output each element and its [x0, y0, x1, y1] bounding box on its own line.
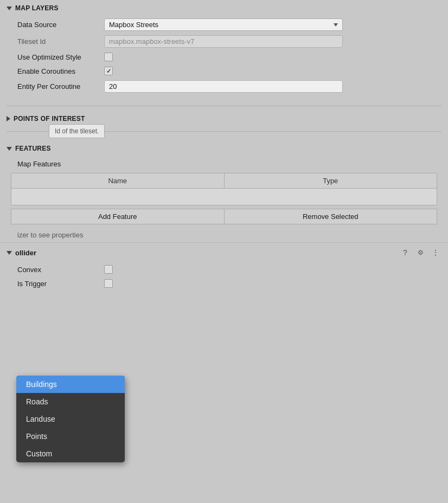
feature-type-dropdown-menu: Buildings Roads Landuse Points Custom [16, 376, 125, 462]
data-source-value: Mapbox Streets [109, 21, 158, 29]
convex-checkbox[interactable] [104, 265, 113, 274]
is-trigger-checkbox-wrap [104, 279, 113, 288]
dropdown-item-custom[interactable]: Custom [16, 445, 125, 462]
is-trigger-checkbox[interactable] [104, 279, 113, 288]
tileset-id-field: mapbox.mapbox-streets-v7 [104, 35, 437, 48]
features-collapse-icon [7, 147, 12, 151]
map-layers-collapse-icon [7, 7, 12, 10]
main-panel: MAP LAYERS Data Source Mapbox Streets Ti… [0, 0, 448, 291]
collider-more-button[interactable]: ⋮ [430, 247, 441, 259]
spacer1 [0, 95, 448, 101]
use-optimized-style-row: Use Optimized Style [0, 50, 448, 64]
collider-settings-button[interactable]: ⚙ [414, 247, 426, 259]
convex-label: Convex [17, 266, 104, 274]
collider-help-button[interactable]: ? [399, 247, 411, 259]
tileset-id-container: Tileset Id mapbox.mapbox-streets-v7 Id o… [0, 33, 448, 50]
collider-collapse-icon [7, 251, 12, 255]
data-source-row: Data Source Mapbox Streets [0, 16, 448, 33]
table-body [11, 189, 437, 205]
convex-checkbox-wrap [104, 265, 113, 274]
column-name: Name [11, 173, 225, 188]
use-optimized-style-checkbox[interactable] [104, 53, 113, 61]
add-feature-button[interactable]: Add Feature [11, 209, 224, 224]
features-title: FEATURES [15, 145, 51, 152]
table-empty-row [11, 189, 437, 204]
table-header: Name Type [11, 173, 437, 189]
poi-expand-icon [7, 116, 10, 121]
entity-per-coroutine-input[interactable]: 20 [104, 80, 343, 93]
tileset-id-input[interactable]: mapbox.mapbox-streets-v7 [104, 35, 343, 48]
column-type: Type [225, 173, 437, 188]
dropdown-arrow-icon [334, 23, 338, 27]
is-trigger-row: Is Trigger [0, 276, 448, 291]
data-source-field: Mapbox Streets [104, 18, 437, 31]
features-section-header[interactable]: FEATURES [0, 140, 448, 157]
enable-coroutines-checkbox-wrap [104, 67, 113, 75]
feature-buttons-row: Add Feature Remove Selected [11, 209, 437, 224]
feature-table: Name Type [11, 173, 437, 205]
tileset-tooltip: Id of the tileset. [49, 124, 105, 138]
bottom-hint: izer to see properties [0, 228, 448, 242]
dropdown-item-landuse[interactable]: Landuse [16, 410, 125, 428]
poi-title: POINTS OF INTEREST [14, 115, 85, 122]
collider-title: ollider [15, 249, 396, 257]
dropdown-item-points[interactable]: Points [16, 428, 125, 445]
entity-per-coroutine-row: Entity Per Coroutine 20 [0, 78, 448, 95]
use-optimized-style-label: Use Optimized Style [17, 53, 104, 61]
entity-per-coroutine-label: Entity Per Coroutine [17, 82, 104, 91]
entity-per-coroutine-field: 20 [104, 80, 437, 93]
convex-row: Convex [0, 262, 448, 276]
map-features-label-row: Map Features [0, 157, 448, 171]
is-trigger-label: Is Trigger [17, 280, 104, 288]
map-layers-section-header[interactable]: MAP LAYERS [0, 0, 448, 16]
dropdown-item-buildings[interactable]: Buildings [16, 376, 125, 393]
enable-coroutines-checkbox[interactable] [104, 67, 113, 75]
data-source-label: Data Source [17, 21, 104, 29]
collider-section-header: ollider ? ⚙ ⋮ [0, 242, 448, 262]
divider-1 [7, 106, 441, 106]
data-source-dropdown[interactable]: Mapbox Streets [104, 18, 343, 31]
tileset-id-row: Tileset Id mapbox.mapbox-streets-v7 [0, 33, 448, 50]
tileset-id-label: Tileset Id [17, 37, 104, 46]
map-features-label: Map Features [17, 160, 61, 168]
dropdown-item-roads[interactable]: Roads [16, 393, 125, 410]
map-layers-title: MAP LAYERS [15, 4, 59, 12]
enable-coroutines-row: Enable Coroutines [0, 64, 448, 78]
remove-selected-button[interactable]: Remove Selected [224, 209, 438, 224]
enable-coroutines-label: Enable Coroutines [17, 67, 104, 75]
use-optimized-style-checkbox-wrap [104, 53, 113, 61]
